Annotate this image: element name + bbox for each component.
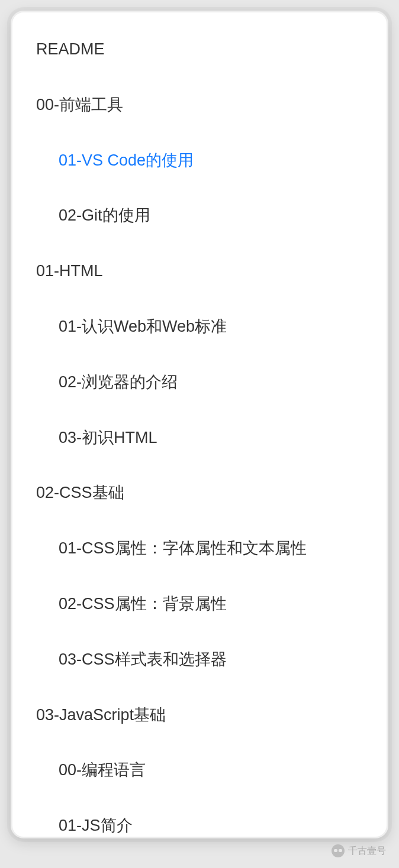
toc-item-3[interactable]: 02-Git的使用 xyxy=(36,205,363,227)
toc-item-1[interactable]: 00-前端工具 xyxy=(36,94,363,116)
watermark: 千古壹号 xyxy=(332,844,386,857)
toc-item-5[interactable]: 01-认识Web和Web标准 xyxy=(36,316,363,338)
toc-item-4[interactable]: 01-HTML xyxy=(36,260,363,283)
toc-item-13[interactable]: 00-编程语言 xyxy=(36,759,363,782)
wechat-icon xyxy=(332,844,345,857)
toc-item-8[interactable]: 02-CSS基础 xyxy=(36,482,363,504)
toc-item-6[interactable]: 02-浏览器的介绍 xyxy=(36,371,363,394)
toc-item-12[interactable]: 03-JavaScript基础 xyxy=(36,704,363,727)
toc-item-7[interactable]: 03-初识HTML xyxy=(36,427,363,449)
toc-item-11[interactable]: 03-CSS样式表和选择器 xyxy=(36,649,363,671)
toc-item-9[interactable]: 01-CSS属性：字体属性和文本属性 xyxy=(36,537,363,560)
toc-item-2[interactable]: 01-VS Code的使用 xyxy=(36,150,363,172)
toc-item-10[interactable]: 02-CSS属性：背景属性 xyxy=(36,593,363,616)
watermark-text: 千古壹号 xyxy=(348,845,386,857)
toc-card: README00-前端工具01-VS Code的使用02-Git的使用01-HT… xyxy=(11,11,388,838)
toc-list: README00-前端工具01-VS Code的使用02-Git的使用01-HT… xyxy=(36,38,363,838)
toc-item-0[interactable]: README xyxy=(36,38,363,61)
toc-item-14[interactable]: 01-JS简介 xyxy=(36,815,363,837)
